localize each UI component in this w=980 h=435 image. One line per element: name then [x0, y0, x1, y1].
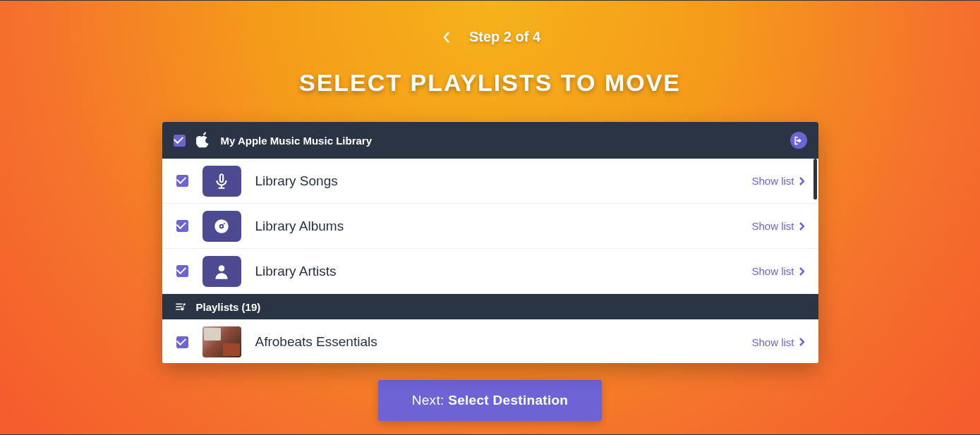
playlist-panel: My Apple Music Music Library Library Son… [162, 122, 818, 363]
playlist-thumbnail [202, 326, 241, 357]
next-button[interactable]: Next: Select Destination [378, 380, 603, 421]
microphone-icon [202, 166, 241, 197]
chevron-right-icon [799, 267, 804, 276]
item-label: Library Songs [255, 173, 738, 189]
playlists-section-header: Playlists (19) [162, 294, 818, 319]
svg-point-4 [219, 265, 225, 271]
person-icon [202, 256, 241, 287]
item-label: Library Artists [255, 264, 738, 279]
svg-point-2 [221, 225, 223, 227]
select-all-checkbox[interactable] [174, 135, 186, 147]
disc-icon [202, 211, 241, 242]
playlist-icon [174, 300, 188, 314]
logout-button[interactable] [790, 132, 807, 149]
item-checkbox[interactable] [176, 336, 188, 348]
scrollbar-thumb[interactable] [813, 159, 817, 200]
section-label: Playlists (19) [196, 301, 261, 313]
item-checkbox[interactable] [176, 175, 188, 187]
step-indicator: Step 2 of 4 [469, 29, 540, 45]
svg-point-3 [224, 223, 225, 224]
items-list[interactable]: Library Songs Show list Library Albums S… [162, 159, 818, 363]
show-list-button[interactable]: Show list [751, 220, 804, 232]
panel-header: My Apple Music Music Library [162, 122, 818, 159]
chevron-right-icon [799, 338, 804, 346]
back-button[interactable] [440, 30, 454, 44]
apple-logo-icon [195, 132, 211, 149]
list-item: Library Albums Show list [162, 204, 818, 249]
show-list-button[interactable]: Show list [751, 175, 804, 187]
chevron-right-icon [799, 222, 804, 231]
item-label: Afrobeats Essentials [255, 334, 738, 350]
list-item: Library Songs Show list [162, 159, 818, 204]
list-item: Library Artists Show list [162, 249, 818, 294]
item-checkbox[interactable] [176, 265, 188, 277]
show-list-button[interactable]: Show list [751, 336, 804, 348]
show-list-button[interactable]: Show list [751, 265, 804, 277]
list-item: Afrobeats Essentials Show list [162, 319, 818, 363]
item-label: Library Albums [255, 219, 738, 234]
item-checkbox[interactable] [176, 220, 188, 232]
source-library-name: My Apple Music Music Library [221, 135, 780, 147]
page-title: SELECT PLAYLISTS TO MOVE [299, 69, 681, 97]
chevron-right-icon [799, 177, 804, 185]
